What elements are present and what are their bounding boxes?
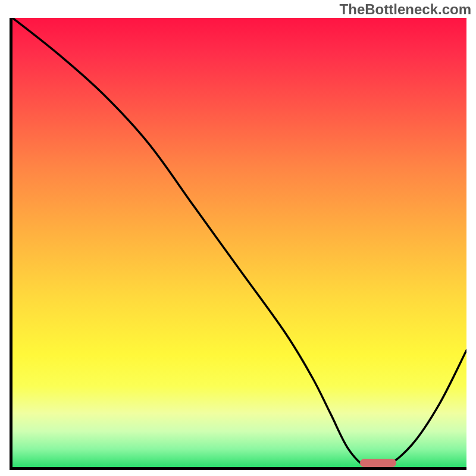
bottleneck-marker [360,459,396,467]
plot-area [10,18,466,470]
bottleneck-curve [12,18,466,467]
curve-svg [12,18,466,467]
chart-container: TheBottleneck.com [0,0,476,476]
watermark-text: TheBottleneck.com [340,1,471,18]
